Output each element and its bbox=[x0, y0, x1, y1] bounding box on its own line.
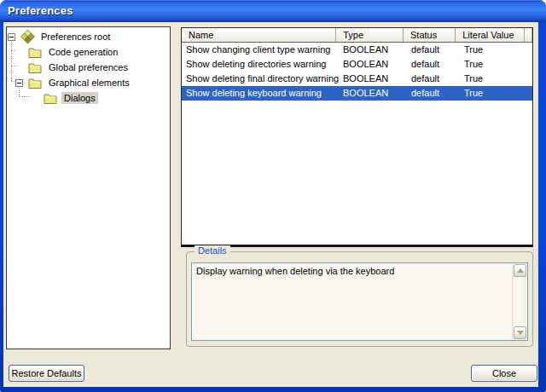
tree-item-code-generation[interactable]: Code generation bbox=[7, 44, 170, 60]
restore-defaults-button[interactable]: Restore Defaults bbox=[9, 365, 84, 382]
tree-item-dialogs[interactable]: Dialogs bbox=[7, 90, 170, 106]
preferences-tree: Preferences root Code generation bbox=[6, 26, 171, 349]
cell-name: Show deleting keyboard warning bbox=[182, 86, 339, 101]
table-row[interactable]: Show changing client type warning BOOLEA… bbox=[182, 43, 532, 57]
folder-icon bbox=[28, 61, 43, 74]
tree-item-preferences-root[interactable]: Preferences root bbox=[7, 29, 170, 44]
titlebar[interactable]: Preferences bbox=[0, 0, 546, 22]
cell-status: default bbox=[407, 72, 460, 86]
tree-item-label: Code generation bbox=[46, 46, 120, 58]
tree-item-label: Graphical elements bbox=[46, 77, 132, 89]
cell-type: BOOLEAN bbox=[339, 86, 407, 101]
tree-item-label-selected: Dialogs bbox=[61, 92, 98, 104]
collapse-minus-icon[interactable] bbox=[8, 33, 15, 41]
column-header-literal-value[interactable]: Literal Value bbox=[456, 28, 525, 42]
folder-icon bbox=[28, 76, 43, 89]
expander-slot bbox=[15, 79, 28, 87]
tree-item-graphical-elements[interactable]: Graphical elements bbox=[7, 75, 170, 90]
chevron-down-icon bbox=[517, 331, 524, 335]
details-groupbox: Details Display warning when deleting vi… bbox=[186, 251, 533, 347]
tree-item-label: Preferences root bbox=[38, 31, 113, 43]
cell-name: Show deleting final directory warning bbox=[182, 72, 339, 86]
cell-status: default bbox=[407, 57, 460, 72]
scroll-down-button[interactable] bbox=[514, 326, 526, 339]
dialog-content: Preferences root Code generation bbox=[3, 22, 538, 387]
column-header-status[interactable]: Status bbox=[404, 28, 456, 42]
scroll-up-button[interactable] bbox=[514, 264, 526, 277]
window-title: Preferences bbox=[8, 4, 73, 17]
cell-literal-value: True bbox=[460, 43, 530, 57]
table-header-row: Name Type Status Literal Value bbox=[182, 28, 532, 43]
table-row[interactable]: Show deleting directories warning BOOLEA… bbox=[182, 57, 532, 72]
folder-icon bbox=[28, 45, 43, 59]
cell-name: Show changing client type warning bbox=[182, 43, 339, 57]
cell-status: default bbox=[407, 86, 460, 101]
close-button[interactable]: Close bbox=[471, 365, 537, 382]
cell-literal-value: True bbox=[460, 72, 530, 86]
details-textarea[interactable]: Display warning when deleting via the ke… bbox=[191, 262, 528, 341]
chevron-up-icon bbox=[517, 268, 524, 273]
cell-type: BOOLEAN bbox=[339, 72, 407, 86]
folder-icon bbox=[44, 91, 58, 105]
details-group-label: Details bbox=[195, 245, 230, 256]
properties-table: Name Type Status Literal Value Show chan… bbox=[181, 27, 533, 247]
cell-type: BOOLEAN bbox=[339, 43, 407, 57]
preferences-dialog: Preferences Pref bbox=[0, 0, 546, 392]
tree-item-label: Global preferences bbox=[46, 61, 131, 73]
column-header-filler bbox=[525, 28, 532, 42]
cell-literal-value: True bbox=[460, 57, 530, 72]
expander-slot bbox=[8, 33, 20, 41]
column-header-name[interactable]: Name bbox=[182, 28, 336, 42]
cell-status: default bbox=[407, 43, 460, 57]
vertical-scrollbar[interactable] bbox=[512, 264, 526, 339]
cell-type: BOOLEAN bbox=[339, 57, 407, 72]
collapse-minus-icon[interactable] bbox=[15, 79, 23, 87]
preferences-root-icon bbox=[20, 30, 35, 43]
tree-item-global-preferences[interactable]: Global preferences bbox=[7, 60, 170, 75]
table-row-selected[interactable]: Show deleting keyboard warning BOOLEAN d… bbox=[182, 86, 532, 101]
table-row[interactable]: Show deleting final directory warning BO… bbox=[182, 72, 532, 86]
cell-literal-value: True bbox=[460, 86, 530, 101]
details-text-value: Display warning when deleting via the ke… bbox=[196, 266, 394, 276]
cell-name: Show deleting directories warning bbox=[182, 57, 339, 72]
column-header-type[interactable]: Type bbox=[336, 28, 404, 42]
